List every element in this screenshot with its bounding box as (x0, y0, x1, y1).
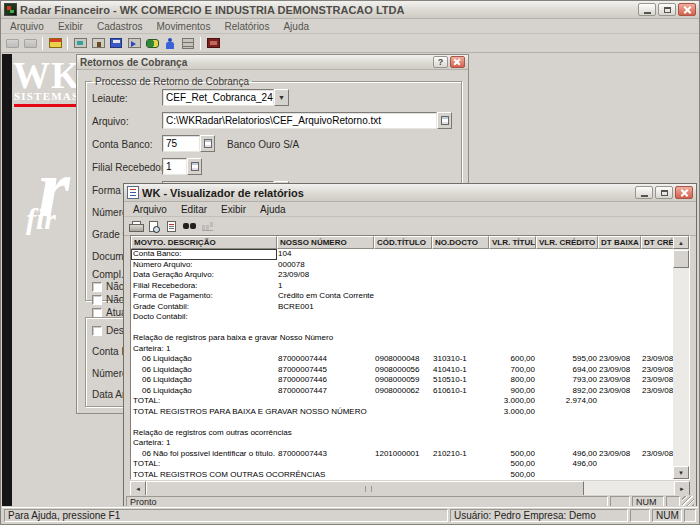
report-cell[interactable] (536, 407, 598, 418)
conta-banco-value[interactable]: 75 (162, 135, 200, 152)
report-cell[interactable] (598, 428, 641, 439)
report-cell[interactable]: 87000007444 (277, 354, 374, 365)
report-cell[interactable] (598, 417, 641, 428)
menu-ajuda[interactable]: Ajuda (276, 20, 316, 33)
report-cell[interactable] (536, 438, 598, 449)
menu-cadastros[interactable]: Cadastros (90, 20, 150, 33)
report-cell[interactable] (536, 260, 598, 271)
checkbox-icon[interactable] (92, 282, 102, 292)
report-cell[interactable] (536, 323, 598, 334)
viewer-menu-arquivo[interactable]: Arquivo (126, 203, 174, 216)
report-cell[interactable]: 23/09/08 (598, 354, 641, 365)
report-cell[interactable] (641, 407, 673, 418)
report-cell[interactable]: 23/09/08 (641, 375, 673, 386)
open-file-icon[interactable] (3, 35, 21, 51)
print-preview-icon[interactable] (144, 218, 162, 234)
report-cell[interactable]: Conta Banco: (131, 249, 277, 260)
viewer-menu-exibir[interactable]: Exibir (214, 203, 253, 216)
report-cell[interactable] (641, 291, 673, 302)
vertical-scroll-thumb[interactable] (673, 250, 689, 268)
report-cell[interactable] (641, 270, 673, 281)
dialog-help-button[interactable]: ? (433, 56, 448, 68)
filial-value[interactable]: 1 (162, 158, 187, 175)
report-cell[interactable] (598, 281, 641, 292)
report-cell[interactable] (598, 459, 641, 470)
report-cell[interactable]: 23/09/08 (641, 365, 673, 376)
report-cell[interactable]: 0908000059 (374, 375, 432, 386)
report-cell[interactable] (374, 417, 432, 428)
report-cell[interactable]: Número Arquivo: (131, 260, 277, 271)
close-button[interactable] (678, 3, 696, 16)
report-cell[interactable] (598, 249, 641, 260)
report-cell[interactable] (277, 396, 374, 407)
terminal-icon[interactable] (71, 35, 89, 51)
report-cell[interactable] (641, 396, 673, 407)
report-cell[interactable] (536, 281, 598, 292)
viewer-close-button[interactable] (675, 186, 693, 199)
report-cell[interactable] (598, 407, 641, 418)
scroll-up-icon[interactable]: ▲ (673, 236, 689, 249)
report-cell[interactable]: Crédito em Conta Corrente (277, 291, 374, 302)
report-cell[interactable] (598, 333, 641, 344)
report-cell[interactable] (432, 417, 489, 428)
minimize-button[interactable] (638, 3, 656, 16)
report-cell[interactable] (432, 323, 489, 334)
report-cell[interactable] (641, 438, 673, 449)
arquivo-field[interactable]: C:\WKRadar\Relatorios\CEF_ArquivoRetorno… (162, 112, 452, 129)
report-cell[interactable]: 510510-1 (432, 375, 489, 386)
leiaute-combobox[interactable]: CEF_Ret_Cobranca_240 ▼ (162, 89, 289, 106)
report-cell[interactable] (536, 291, 598, 302)
viewer-minimize-button[interactable] (635, 186, 653, 199)
report-cell[interactable] (432, 459, 489, 470)
report-cell[interactable] (277, 417, 374, 428)
report-cell[interactable] (374, 428, 432, 439)
report-cell[interactable] (489, 281, 536, 292)
report-cell[interactable]: 2.974,00 (536, 396, 598, 407)
dialog-close-button[interactable] (450, 56, 465, 68)
import-icon[interactable] (125, 35, 143, 51)
report-cell[interactable]: 06 Liquidação (131, 375, 277, 386)
report-cell[interactable]: 892,00 (536, 386, 598, 397)
report-cell[interactable] (536, 302, 598, 313)
report-cell[interactable] (598, 291, 641, 302)
report-cell[interactable]: 23/09/08 (598, 386, 641, 397)
report-cell[interactable]: 0908000048 (374, 354, 432, 365)
report-cell[interactable]: 23/09/08 (641, 449, 673, 460)
restore-button[interactable] (658, 3, 676, 16)
report-cell[interactable]: Relação de registros com outras ocorrênc… (131, 428, 277, 439)
report-cell[interactable] (641, 312, 673, 323)
report-cell[interactable]: BCRE001 (277, 302, 374, 313)
vertical-scrollbar[interactable]: ▲ ▼ (673, 236, 689, 479)
report-cell[interactable]: 87000007446 (277, 375, 374, 386)
report-cell[interactable] (374, 438, 432, 449)
report-cell[interactable] (432, 428, 489, 439)
report-cell[interactable] (374, 270, 432, 281)
resize-grip[interactable] (682, 496, 694, 506)
report-cell[interactable] (432, 396, 489, 407)
column-header-no-docto[interactable]: NO.DOCTO (432, 236, 489, 249)
report-cell[interactable] (131, 323, 277, 334)
report-cell[interactable] (277, 312, 374, 323)
checkbox-icon[interactable] (92, 308, 102, 318)
report-cell[interactable] (489, 417, 536, 428)
report-cell[interactable] (432, 260, 489, 271)
report-cell[interactable] (641, 470, 673, 480)
report-cell[interactable] (598, 344, 641, 355)
arquivo-value[interactable]: C:\WKRadar\Relatorios\CEF_ArquivoRetorno… (162, 112, 437, 129)
report-cell[interactable] (536, 312, 598, 323)
menu-exibir[interactable]: Exibir (51, 20, 90, 33)
report-cell[interactable] (432, 407, 489, 418)
checkbox-icon[interactable] (92, 295, 102, 305)
report-cell[interactable] (489, 249, 536, 260)
report-cell[interactable]: 1 (277, 281, 374, 292)
report-cell[interactable] (641, 333, 673, 344)
report-cell[interactable] (374, 333, 432, 344)
report-cell[interactable] (598, 270, 641, 281)
report-cell[interactable]: 87000007443 (277, 449, 374, 460)
report-cell[interactable] (489, 344, 536, 355)
report-cell[interactable] (641, 302, 673, 313)
report-cell[interactable]: 700,00 (489, 365, 536, 376)
disk-icon[interactable] (107, 35, 125, 51)
report-cell[interactable] (489, 333, 536, 344)
report-cell[interactable]: 595,00 (536, 354, 598, 365)
